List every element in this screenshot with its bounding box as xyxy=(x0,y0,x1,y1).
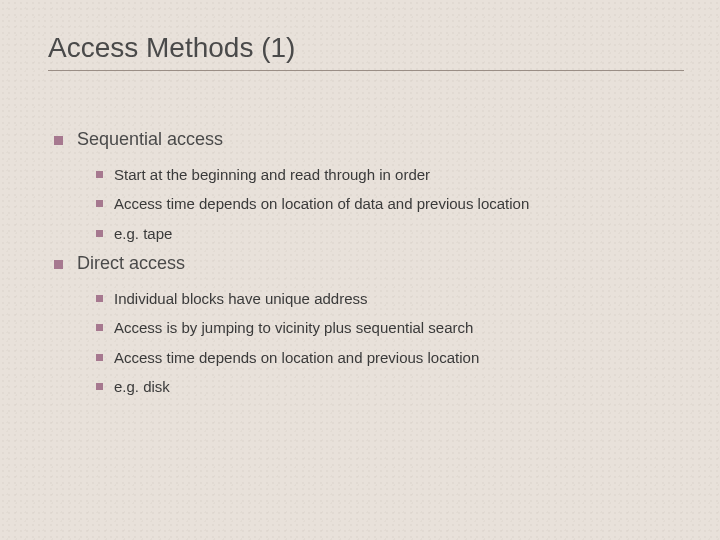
sublist: Start at the beginning and read through … xyxy=(54,165,684,244)
title-underline xyxy=(48,70,684,71)
content-area: Sequential access Start at the beginning… xyxy=(48,129,684,397)
sub-item-label: Start at the beginning and read through … xyxy=(114,165,430,185)
section-label: Sequential access xyxy=(77,129,223,151)
list-item: Individual blocks have unique address xyxy=(96,289,684,309)
square-bullet-icon xyxy=(54,260,63,269)
section-label: Direct access xyxy=(77,253,185,275)
square-bullet-icon xyxy=(96,324,103,331)
square-bullet-icon xyxy=(96,230,103,237)
list-item: Access time depends on location and prev… xyxy=(96,348,684,368)
slide: Access Methods (1) Sequential access Sta… xyxy=(0,0,720,540)
sub-item-label: e.g. disk xyxy=(114,377,170,397)
list-item: e.g. tape xyxy=(96,224,684,244)
list-item: Access is by jumping to vicinity plus se… xyxy=(96,318,684,338)
square-bullet-icon xyxy=(96,295,103,302)
square-bullet-icon xyxy=(96,354,103,361)
sublist: Individual blocks have unique address Ac… xyxy=(54,289,684,397)
square-bullet-icon xyxy=(54,136,63,145)
list-item: e.g. disk xyxy=(96,377,684,397)
square-bullet-icon xyxy=(96,200,103,207)
square-bullet-icon xyxy=(96,383,103,390)
sub-item-label: Access time depends on location and prev… xyxy=(114,348,479,368)
list-item: Sequential access xyxy=(54,129,684,151)
sub-item-label: Access time depends on location of data … xyxy=(114,194,529,214)
sub-item-label: Individual blocks have unique address xyxy=(114,289,368,309)
sub-item-label: e.g. tape xyxy=(114,224,172,244)
page-title: Access Methods (1) xyxy=(48,32,684,64)
list-item: Direct access xyxy=(54,253,684,275)
list-item: Access time depends on location of data … xyxy=(96,194,684,214)
sub-item-label: Access is by jumping to vicinity plus se… xyxy=(114,318,473,338)
square-bullet-icon xyxy=(96,171,103,178)
list-item: Start at the beginning and read through … xyxy=(96,165,684,185)
